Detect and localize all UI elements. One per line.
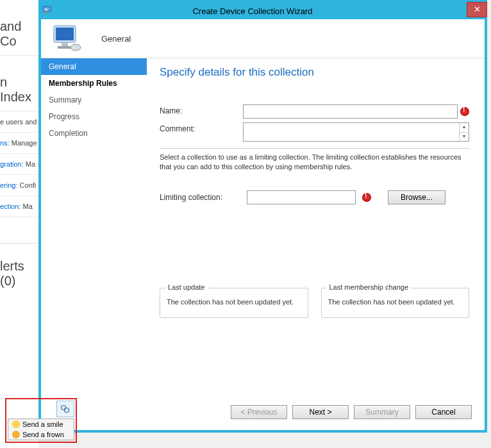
name-input[interactable] xyxy=(243,104,458,119)
spin-up-icon[interactable]: ▴ xyxy=(460,123,469,133)
bg-heading-2: n Index xyxy=(0,56,38,112)
nav-item-membership-rules[interactable]: Membership Rules xyxy=(41,75,147,92)
wizard-window: Create Device Collection Wizard ✕ Genera… xyxy=(38,0,487,433)
previous-button[interactable]: < Previous xyxy=(231,405,287,419)
last-membership-group: Last membership change The collection ha… xyxy=(321,288,470,318)
last-membership-legend: Last membership change xyxy=(327,283,412,291)
feedback-toggle-button[interactable] xyxy=(56,401,74,417)
svg-rect-2 xyxy=(45,10,48,10)
nav-item-summary[interactable]: Summary xyxy=(41,92,147,108)
bg-row: ns: Manage xyxy=(0,133,38,154)
banner-step-title: General xyxy=(101,34,131,44)
bg-row: ection: Ma xyxy=(0,196,38,217)
close-button[interactable]: ✕ xyxy=(467,2,487,17)
app-icon xyxy=(38,6,55,17)
computer-icon xyxy=(53,24,82,53)
frown-icon xyxy=(12,431,20,438)
svg-point-10 xyxy=(65,408,69,413)
wizard-nav: General Membership Rules Summary Progres… xyxy=(41,58,147,398)
svg-rect-7 xyxy=(58,46,72,49)
send-smile-label: Send a smile xyxy=(22,420,63,428)
svg-rect-3 xyxy=(46,12,48,13)
last-update-legend: Last update xyxy=(165,283,208,291)
bg-heading-1: and Co xyxy=(0,0,38,56)
nav-item-completion[interactable]: Completion xyxy=(41,125,147,142)
window-title: Create Device Collection Wizard xyxy=(55,6,467,16)
summary-button[interactable]: Summary xyxy=(354,405,410,419)
banner: General xyxy=(41,19,485,58)
last-update-group: Last update The collection has not been … xyxy=(160,288,308,318)
bg-row: ering: Confi xyxy=(0,175,38,196)
send-frown-item[interactable]: Send a frown xyxy=(8,429,74,440)
title-bar: Create Device Collection Wizard ✕ xyxy=(38,0,487,19)
last-membership-message: The collection has not been updated yet. xyxy=(328,297,463,307)
feedback-highlight: Send a smile Send a frown xyxy=(5,398,77,443)
cancel-button[interactable]: Cancel xyxy=(415,405,472,419)
smile-icon xyxy=(12,420,20,428)
bg-alerts-heading: lerts (0) xyxy=(0,243,38,295)
content-heading: Specify details for this collection xyxy=(160,66,469,79)
last-update-message: The collection has not been updated yet. xyxy=(167,297,301,307)
help-text: Select a collection to use as a limiting… xyxy=(160,148,469,172)
nav-item-progress[interactable]: Progress xyxy=(41,108,147,125)
comment-label: Comment: xyxy=(160,122,243,133)
limiting-collection-input[interactable] xyxy=(247,190,356,204)
nav-item-general[interactable]: General xyxy=(41,58,147,75)
required-icon xyxy=(460,107,469,116)
bg-row: gration: Ma xyxy=(0,154,38,175)
svg-rect-1 xyxy=(45,8,47,9)
wizard-footer: < Previous Next > Summary Cancel xyxy=(41,398,485,426)
svg-rect-6 xyxy=(62,42,68,46)
send-frown-label: Send a frown xyxy=(22,431,64,438)
browse-button[interactable]: Browse... xyxy=(388,190,445,204)
limiting-collection-label: Limiting collection: xyxy=(160,193,243,202)
comment-input[interactable]: ▴ ▾ xyxy=(243,122,469,142)
feedback-menu: Send a smile Send a frown xyxy=(8,419,74,440)
name-label: Name: xyxy=(160,104,243,115)
svg-point-8 xyxy=(71,44,81,51)
background-window: and Co n Index e users and ns: Manage gr… xyxy=(0,0,38,448)
spin-down-icon[interactable]: ▾ xyxy=(460,133,469,142)
next-button[interactable]: Next > xyxy=(292,405,349,419)
required-icon xyxy=(362,193,371,202)
send-smile-item[interactable]: Send a smile xyxy=(8,419,74,429)
bg-row: e users and xyxy=(0,112,38,133)
wizard-content: Specify details for this collection Name… xyxy=(147,58,485,398)
svg-rect-5 xyxy=(56,28,74,40)
